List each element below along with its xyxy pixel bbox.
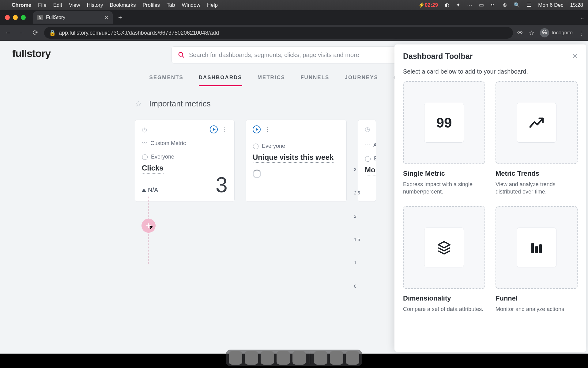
menubar-date[interactable]: Mon 6 Dec [538,2,563,8]
status-icon-battery[interactable]: ▭ [479,2,484,8]
menu-window[interactable]: Window [182,2,200,8]
dock-chrome[interactable] [245,351,258,365]
segment-peek: E [374,155,376,162]
card-unique-visits[interactable]: ⋮ ◯Everyone Unique visits this week [246,120,347,202]
dock-finder[interactable] [229,351,242,365]
chrome-menu-button[interactable]: ⋮ [578,29,584,36]
star-icon[interactable]: ☆ [529,29,534,36]
favorite-star-icon[interactable]: ☆ [135,99,142,109]
tile-dimensionality[interactable]: Dimensionality Compare a set of data att… [403,206,485,313]
card-title[interactable]: Unique visits this week [253,153,334,163]
menu-profiles[interactable]: Profiles [142,2,160,8]
fullstory-app: fullstory Search for dashboards, segment… [0,41,588,354]
reload-button[interactable]: ⟳ [31,29,40,37]
incognito-icon: 🕶 [540,28,549,37]
segment-icon: ◯ [142,153,148,160]
lock-icon[interactable]: 🔒 [49,29,56,36]
dock-doc-1[interactable] [314,351,327,365]
tile-desc: Monitor and analyze actions [496,305,578,313]
trend-up-icon [517,103,556,143]
tab-favicon: fs [37,15,43,20]
play-button[interactable] [210,125,218,133]
card-clicks[interactable]: ◷ ⋮ 〰Custom Metric ◯Everyone Clicks N/A … [135,120,235,202]
incognito-badge[interactable]: 🕶 Incognito [540,28,573,37]
layers-icon [424,228,464,267]
card-menu-button[interactable]: ⋮ [221,125,228,133]
wifi-icon[interactable]: ᯤ [491,2,496,8]
menu-bookmarks[interactable]: Bookmarks [110,2,136,8]
global-search[interactable]: Search for dashboards, segments, clicks,… [172,46,417,63]
menu-view[interactable]: View [69,2,80,8]
window-close-button[interactable] [5,15,10,20]
tab-close-button[interactable]: ✕ [104,15,108,21]
dock-doc-2[interactable] [330,351,343,365]
metric-type-label: Custom Metric [150,140,186,147]
tile-title: Dimensionality [403,294,485,302]
card-menu-button[interactable]: ⋮ [264,125,270,133]
nav-dashboards[interactable]: DASHBOARDS [199,75,242,86]
chrome-window: fs FullStory ✕ + ⌄ ← → ⟳ 🔒 app.fullstory… [0,10,588,354]
segment-icon: ◯ [365,155,371,162]
menu-edit[interactable]: Edit [53,2,62,8]
battery-status: ⚡02:29 [418,2,438,8]
dashboard-toolbar-panel: Dashboard Toolbar ✕ Select a card below … [394,44,586,352]
card-title[interactable]: Clicks [142,164,164,174]
svg-rect-4 [539,244,542,253]
menu-extra-icon[interactable]: ☰ [527,2,531,8]
search-placeholder: Search for dashboards, segments, clicks,… [189,52,359,59]
menu-history[interactable]: History [87,2,103,8]
tile-glyph-99: 99 [424,103,464,143]
menu-file[interactable]: File [38,2,46,8]
eye-off-icon[interactable]: 👁 [517,29,523,36]
bars-icon [517,228,556,267]
up-triangle-icon [142,189,146,192]
tabs-overflow-button[interactable]: ⌄ [580,15,584,21]
tab-strip: fs FullStory ✕ + ⌄ [0,10,588,25]
panel-title: Dashboard Toolbar [403,52,473,61]
menubar-time[interactable]: 15:28 [570,2,583,8]
menu-tab[interactable]: Tab [167,2,175,8]
status-icon-3[interactable]: ⋯ [467,2,472,8]
control-center-icon[interactable]: ⊚ [503,2,507,8]
axis-tick: 2 [354,214,356,219]
nav-segments[interactable]: SEGMENTS [149,75,183,86]
nav-funnels[interactable]: FUNNELS [300,75,329,86]
status-icon-2[interactable]: ✦ [456,2,460,8]
clock-icon: ◷ [365,125,370,133]
close-panel-button[interactable]: ✕ [572,52,578,60]
window-maximize-button[interactable] [21,15,26,20]
browser-tab[interactable]: fs FullStory ✕ [33,11,113,24]
segment-icon: ◯ [253,143,259,149]
menu-help[interactable]: Help [207,2,218,8]
card-monthly-peek[interactable]: ◷ 〰A ◯E Mon [358,120,376,202]
dock-terminal[interactable] [292,351,306,365]
dock-notes[interactable] [261,351,274,365]
svg-point-0 [179,52,183,56]
window-minimize-button[interactable] [13,15,18,20]
fullstory-logo[interactable]: fullstory [12,48,51,59]
clock-icon: ◷ [142,126,147,133]
tile-funnel[interactable]: Funnel Monitor and analyze actions [496,206,578,313]
status-icon-1[interactable]: ◐ [445,2,449,8]
new-tab-button[interactable]: + [116,13,124,21]
axis-tick: 0 [354,284,356,289]
menubar-app[interactable]: Chrome [12,2,31,8]
nav-metrics[interactable]: METRICS [258,75,285,86]
play-button[interactable] [253,125,261,133]
segment-label: Everyone [151,154,174,160]
metric-value: 3 [216,173,228,197]
tile-title: Metric Trends [496,170,578,178]
address-bar[interactable]: 🔒 app.fullstory.com/ui/173GXJ/dashboards… [44,27,513,39]
back-button[interactable]: ← [4,29,13,37]
mac-menubar: Chrome File Edit View History Bookmarks … [0,0,588,10]
dock-trash[interactable] [346,351,359,365]
tile-single-metric[interactable]: 99 Single Metric Express impact with a s… [403,81,485,196]
spotlight-icon[interactable]: 🔍 [514,2,520,8]
dock-app-4[interactable] [277,351,290,365]
tile-metric-trends[interactable]: Metric Trends View and analyze trends di… [496,81,578,196]
dashboard-title: Important metrics [149,99,211,109]
metric-type-peek: A [373,142,376,148]
axis-tick: 1 [354,260,356,265]
nav-journeys[interactable]: JOURNEYS [345,75,378,86]
panel-subtitle: Select a card below to add to your dashb… [394,68,586,81]
